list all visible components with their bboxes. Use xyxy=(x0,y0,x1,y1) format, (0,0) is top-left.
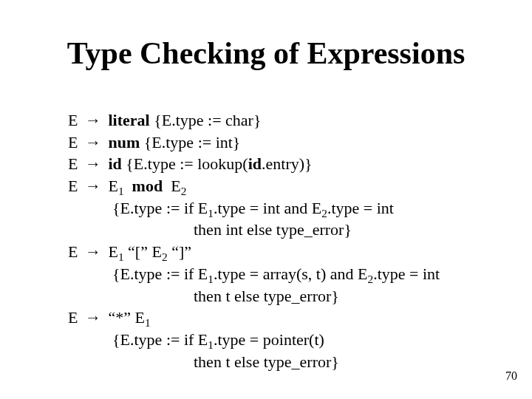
arrow-icon: → xyxy=(82,307,104,329)
sub2: 2 xyxy=(162,251,168,264)
rule-array-head: E → E1 “[” E2 “]” xyxy=(68,241,482,263)
lhs: E xyxy=(68,308,78,327)
kw-num: num xyxy=(108,133,140,151)
lhs: E xyxy=(68,154,78,173)
action: {E.type := char} xyxy=(150,111,262,129)
sub1: 1 xyxy=(118,185,124,197)
page-number: 70 xyxy=(505,369,517,383)
e2: E xyxy=(171,177,180,195)
sub1: 1 xyxy=(208,338,214,351)
arrow-icon: → xyxy=(82,109,104,132)
kw-id-2: id xyxy=(248,154,262,173)
lhs: E xyxy=(68,133,78,151)
slide-body: E → literal {E.type := char} E → num {E.… xyxy=(68,109,482,372)
rule-deref-line2: {E.type := if E1.type = pointer(t) xyxy=(68,329,482,351)
kw-literal: literal xyxy=(108,111,149,129)
action-b: .entry)} xyxy=(262,154,313,173)
t: then t else type_error} xyxy=(194,352,339,371)
slide: Type Checking of Expressions E → literal… xyxy=(0,0,532,399)
t2: .type = array(s, t) and E xyxy=(214,265,368,283)
rule-mod-line2: {E.type := if E1.type = int and E2.type … xyxy=(68,197,482,219)
action: {E.type := int} xyxy=(140,133,240,151)
lhs: E xyxy=(68,242,78,261)
sub1: 1 xyxy=(208,273,214,285)
rbracket: “]” xyxy=(168,242,191,261)
sub1: 1 xyxy=(118,251,124,264)
e1: E xyxy=(134,308,144,327)
rule-id: E → id {E.type := lookup(id.entry)} xyxy=(68,153,482,175)
t: then t else type_error} xyxy=(194,287,339,305)
e1: E xyxy=(108,242,117,261)
sub1: 1 xyxy=(145,317,151,330)
star: “*” xyxy=(108,308,134,327)
rule-array-line2: {E.type := if E1.type = array(s, t) and … xyxy=(68,263,482,285)
arrow-icon: → xyxy=(82,153,104,175)
rule-deref-head: E → “*” E1 xyxy=(68,307,482,329)
t3: .type = int xyxy=(327,199,394,217)
action-a: {E.type := lookup( xyxy=(122,154,248,173)
lhs: E xyxy=(68,177,78,195)
sub2: 2 xyxy=(321,207,327,219)
rule-deref-line3: then t else type_error} xyxy=(68,351,482,373)
arrow-icon: → xyxy=(82,241,104,263)
t3: .type = int xyxy=(373,265,440,283)
sub2: 2 xyxy=(181,185,187,197)
rule-mod-line3: then int else type_error} xyxy=(68,219,482,241)
e1: E xyxy=(108,177,117,195)
t1: {E.type := if E xyxy=(112,199,208,217)
t: then int else type_error} xyxy=(194,220,352,239)
rule-literal: E → literal {E.type := char} xyxy=(68,109,482,132)
t2: .type = int and E xyxy=(214,199,321,217)
kw-mod: mod xyxy=(132,177,163,195)
lhs: E xyxy=(68,111,78,129)
arrow-icon: → xyxy=(82,132,104,154)
t1: {E.type := if E xyxy=(112,330,208,349)
rule-num: E → num {E.type := int} xyxy=(68,132,482,154)
slide-title: Type Checking of Expressions xyxy=(0,35,532,71)
t2: .type = pointer(t) xyxy=(214,330,324,349)
arrow-icon: → xyxy=(82,175,104,197)
lbracket: “[” xyxy=(124,242,152,261)
t1: {E.type := if E xyxy=(112,265,208,283)
rule-mod-head: E → E1 mod E2 xyxy=(68,175,482,197)
sub1: 1 xyxy=(208,207,214,219)
e2: E xyxy=(151,242,161,261)
rule-array-line3: then t else type_error} xyxy=(68,285,482,307)
kw-id: id xyxy=(108,154,121,173)
